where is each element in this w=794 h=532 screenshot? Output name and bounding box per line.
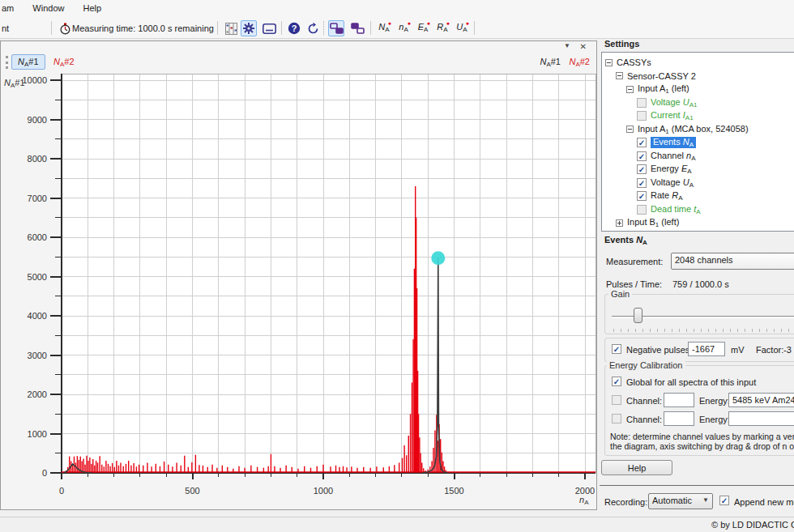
tree-checkbox[interactable]: ✓: [637, 151, 647, 161]
svg-text:7000: 7000: [28, 194, 47, 203]
status-bar: © by LD DIDACTIC G: [0, 517, 794, 532]
legend-item-spectrum-1: NA#1: [540, 57, 561, 68]
expand-icon[interactable]: [616, 219, 623, 227]
energy-calibration-title: Energy Calibration: [607, 360, 685, 370]
energy1-input[interactable]: 5485 keV Am24: [728, 393, 794, 407]
tree-checkbox[interactable]: ✓: [637, 178, 647, 188]
tab-spectrum-1[interactable]: NA#1: [11, 54, 45, 70]
legend-item-spectrum-2: NA#2: [569, 57, 590, 68]
measurement-select[interactable]: 2048 channels: [671, 253, 794, 270]
tree-item[interactable]: CASSYs: [605, 56, 651, 69]
settings-tree: CASSYsSensor-CASSY 2Input A1 (left)Volta…: [601, 52, 794, 232]
svg-text:0: 0: [42, 468, 47, 478]
channel1-input[interactable]: [664, 393, 694, 407]
toolbar-separator: [370, 21, 371, 35]
tree-checkbox[interactable]: ✓: [637, 164, 647, 174]
events-section-title: Events NA: [604, 235, 647, 246]
energy-calibration-groupbox: Energy Calibration ✓ Global for all spec…: [604, 365, 794, 456]
svg-text:1000: 1000: [314, 486, 333, 496]
collapse-icon[interactable]: [605, 59, 613, 66]
negative-pulses-input[interactable]: -1667: [688, 342, 725, 356]
svg-text:0: 0: [59, 486, 64, 496]
tree-item[interactable]: Dead time tA: [637, 203, 701, 216]
tree-item[interactable]: Sensor-CASSY 2: [616, 70, 696, 83]
quantity-button-nA[interactable]: nA●: [395, 20, 412, 36]
gain-slider-thumb[interactable]: [634, 308, 642, 323]
diagram-panel: ▼ ✕ NA#1 NA#2 NA#1 NA#2 0500100015002000…: [0, 40, 597, 510]
gain-label: Gain: [608, 289, 632, 299]
diagram-titlebar: ▼ ✕: [1, 41, 596, 53]
channel2-checkbox[interactable]: [612, 414, 621, 423]
negative-pulses-unit: mV: [731, 345, 745, 355]
global-spectra-checkbox[interactable]: ✓: [612, 377, 621, 386]
window-layout2-icon[interactable]: [349, 20, 365, 36]
energy2-input[interactable]: [728, 411, 794, 426]
tree-item[interactable]: Input A1 (left): [626, 83, 689, 96]
help-icon[interactable]: ?: [286, 20, 302, 36]
negative-pulses-checkbox[interactable]: ✓: [612, 344, 621, 354]
svg-text:1000: 1000: [28, 429, 47, 439]
help-button[interactable]: Help: [601, 460, 672, 475]
quantity-button-NA[interactable]: NA●: [375, 20, 393, 36]
settings-gear-icon[interactable]: [241, 20, 257, 36]
tree-item[interactable]: Current IA1: [637, 109, 694, 122]
tree-item-label: Voltage UA: [651, 177, 694, 189]
tree-checkbox[interactable]: ✓: [637, 191, 647, 201]
menu-item-diagram[interactable]: am: [0, 0, 22, 18]
svg-text:1500: 1500: [444, 486, 463, 496]
collapse-icon[interactable]: [626, 86, 634, 93]
channel1-checkbox[interactable]: [612, 395, 621, 405]
toolbar-separator: [323, 21, 324, 35]
display-icon[interactable]: [261, 20, 277, 36]
gain-slider-ticks: [613, 329, 794, 332]
quantity-button-UA[interactable]: UA●: [453, 20, 471, 36]
copyright-text: © by LD DIDACTIC G: [711, 520, 794, 530]
tree-item[interactable]: ✓Voltage UA: [637, 177, 694, 189]
tree-item[interactable]: ✓Events NA: [637, 136, 696, 149]
drag-handle-icon[interactable]: [6, 56, 8, 69]
collapse-icon[interactable]: [616, 72, 623, 79]
tree-item-label: Input B1 (left): [627, 217, 679, 228]
menu-bar: am Window Help: [0, 0, 794, 18]
tree-item-label: Events NA: [651, 137, 696, 148]
marker-handle[interactable]: [431, 251, 445, 265]
panel-close-icon[interactable]: ✕: [580, 42, 587, 51]
channel1-label: Channel:: [626, 396, 662, 406]
tree-item[interactable]: Input B1 (left): [616, 216, 679, 229]
table-icon[interactable]: [223, 20, 239, 36]
recording-select[interactable]: Automatic▼: [648, 493, 713, 509]
tree-item[interactable]: ✓Channel nA: [637, 150, 696, 163]
tree-item-label: Input A1 (left): [638, 83, 689, 95]
menu-item-help[interactable]: Help: [75, 0, 110, 18]
tree-item[interactable]: ✓Rate RA: [637, 189, 683, 202]
tree-item[interactable]: Voltage UA1: [637, 96, 698, 109]
negative-pulses-groupbox: ✓ Negative pulses: -1667 mV Factor: -3: [604, 338, 794, 362]
tab-spectrum-2[interactable]: NA#2: [48, 54, 80, 70]
tree-item-label: Current IA1: [651, 110, 694, 121]
tree-checkbox[interactable]: [637, 111, 647, 121]
quantity-button-RA[interactable]: RA●: [433, 20, 451, 36]
tree-item-label: Channel nA: [651, 151, 696, 162]
tree-checkbox[interactable]: [637, 98, 647, 108]
spectrum-plot[interactable]: 0500100015002000010002000300040005000600…: [1, 72, 596, 509]
svg-text:2000: 2000: [28, 389, 47, 399]
new-value-dot: ●: [466, 20, 469, 26]
svg-text:5000: 5000: [28, 272, 47, 282]
tree-checkbox[interactable]: [637, 205, 647, 215]
new-value-dot: ●: [446, 20, 450, 26]
support-replay-icon[interactable]: [305, 20, 321, 36]
quantity-button-EA[interactable]: EA●: [414, 20, 432, 36]
tree-item[interactable]: Input A1 (MCA box, 524058): [626, 123, 749, 136]
menu-item-window[interactable]: Window: [24, 0, 72, 18]
svg-text:?: ?: [292, 23, 297, 33]
stopwatch-icon: [57, 20, 73, 36]
tree-item[interactable]: ✓Energy EA: [637, 163, 692, 176]
new-value-dot: ●: [388, 20, 391, 26]
append-checkbox[interactable]: ✓: [719, 496, 729, 505]
collapse-icon[interactable]: [626, 126, 634, 133]
window-layout-icon[interactable]: [328, 20, 344, 36]
channel2-input[interactable]: [664, 411, 694, 426]
y-axis-label: NA#1: [4, 78, 25, 89]
panel-collapse-icon[interactable]: ▼: [564, 42, 570, 49]
tree-checkbox[interactable]: ✓: [637, 138, 647, 147]
